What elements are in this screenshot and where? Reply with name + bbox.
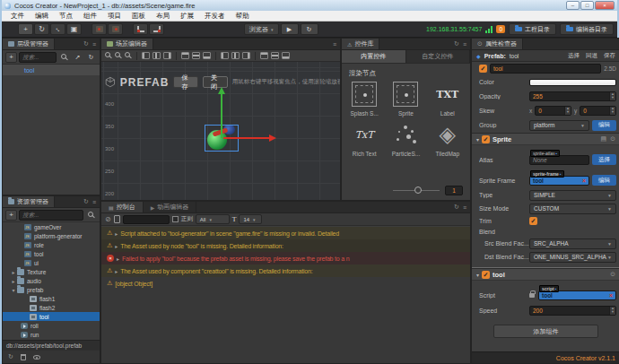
asset-item[interactable]: ▸Texture [3, 267, 100, 276]
play-button[interactable]: ▶ [281, 23, 299, 35]
tab-hierarchy[interactable]: 层级管理器 [3, 39, 55, 49]
log-level-dropdown[interactable]: All▾ [196, 214, 230, 224]
skew-x-field[interactable]: 0 ▲▼ [535, 106, 571, 116]
assets-search-input[interactable] [19, 210, 83, 221]
stepper[interactable]: ▲▼ [609, 92, 615, 100]
sprite-frame-edit-button[interactable]: 编辑 [592, 175, 616, 186]
maximize-button[interactable]: □ [580, 1, 594, 10]
tab-animation-editor[interactable]: ▶ 动画编辑器 [144, 202, 197, 212]
log-file-icon[interactable] [114, 215, 120, 223]
asset-item[interactable]: flash1 [3, 294, 100, 303]
trim-checkbox[interactable]: ✓ [529, 217, 537, 225]
menu-file[interactable]: 文件 [5, 12, 30, 21]
panel-menu-icon[interactable]: ≡ [92, 199, 96, 205]
tab-builtin-widgets[interactable]: 内置控件 [342, 50, 406, 63]
zoom-out-icon[interactable] [105, 52, 112, 59]
widget-splash-sprite[interactable]: Splash S... [344, 82, 385, 117]
expand-icon[interactable]: ▸ [10, 269, 17, 275]
atlas-choose-button[interactable]: 选择 [592, 154, 616, 165]
asset-item-selected[interactable]: tool [3, 312, 100, 321]
prefab-save-button[interactable]: 保存 [604, 52, 615, 60]
sprite-enabled-checkbox[interactable]: ✓ [482, 135, 490, 143]
collapse-icon[interactable]: ▾ [476, 136, 479, 143]
create-asset-button[interactable]: + [5, 210, 17, 221]
menu-project[interactable]: 项目 [102, 12, 126, 21]
size-mode-dropdown[interactable]: CUSTOM▼ [529, 204, 616, 214]
slider-knob[interactable] [414, 186, 422, 194]
widget-tiledmap[interactable]: ◈ TiledMap [427, 122, 468, 157]
skew-y-field[interactable]: 0 ▲▼ [580, 106, 616, 116]
distribute-c-icon[interactable] [231, 52, 240, 59]
open-editor-dir-button[interactable]: 编辑器目录 [560, 23, 614, 35]
refresh-icon[interactable]: ↻ [454, 40, 459, 48]
speed-field[interactable]: 200 ▲▼ [529, 306, 616, 316]
color-swatch[interactable] [529, 79, 616, 86]
log-error[interactable]: × ▸ Failed to apply "tool" because the p… [101, 252, 470, 264]
scale-tool-button[interactable]: ↔ [50, 23, 65, 35]
tab-assets[interactable]: 资源管理器 [3, 196, 55, 207]
close-button[interactable]: × [595, 1, 615, 10]
group-edit-button[interactable]: 编辑 [592, 120, 616, 131]
trash-icon[interactable] [21, 354, 26, 360]
sync-icon[interactable]: ↻ [85, 52, 97, 63]
asset-item[interactable]: ui [3, 258, 100, 267]
script-field[interactable]: script▪ tool × [538, 290, 616, 300]
widget-particlesystem[interactable]: ParticleS... [385, 122, 426, 157]
create-node-button[interactable]: + [5, 52, 17, 63]
node-name-field[interactable] [490, 64, 601, 74]
distribute-h-icon[interactable] [221, 52, 229, 59]
widget-sprite[interactable]: Sprite [385, 82, 426, 117]
align-left-icon[interactable] [142, 52, 150, 59]
asset-item[interactable]: ▾prefab [3, 285, 100, 294]
sync-assets-icon[interactable]: ↻ [8, 353, 13, 360]
console-filter-input[interactable] [123, 215, 170, 224]
add-component-button[interactable]: 添加组件 [493, 325, 598, 338]
menu-extension[interactable]: 扩展 [175, 12, 199, 21]
collapse-icon[interactable]: ▾ [10, 287, 17, 293]
hierarchy-node-tool[interactable]: tool [3, 65, 100, 75]
minimize-button[interactable]: – [566, 1, 580, 10]
regex-checkbox[interactable] [172, 216, 179, 222]
local-coord-button[interactable] [133, 23, 148, 35]
menu-edit[interactable]: 编辑 [30, 12, 54, 21]
zoom-reset-icon[interactable] [115, 52, 122, 59]
align-right-icon[interactable] [163, 52, 171, 59]
asset-item[interactable]: roll [3, 321, 100, 330]
panel-menu-icon[interactable]: ≡ [463, 204, 466, 211]
distribute-m-icon[interactable] [271, 52, 279, 59]
widget-richtext[interactable]: TxT Rich Text [344, 122, 385, 157]
preview-target-dropdown[interactable]: 浏览器 ▾ [244, 23, 279, 35]
menu-developer[interactable]: 开发者 [199, 12, 231, 21]
stepper[interactable]: ▲▼ [564, 107, 571, 115]
sprite-frame-field[interactable]: sprite-frame▪ tool × [529, 176, 589, 186]
log-warning[interactable]: ⚠ ▸ The Asset used by component "creatto… [101, 264, 470, 277]
menu-node[interactable]: 节点 [54, 12, 78, 21]
asset-item[interactable]: tool [3, 249, 100, 258]
tool-component-header[interactable]: ▾ ✓ tool ⊙ [472, 268, 619, 281]
prefab-select-button[interactable]: 选择 [568, 52, 580, 60]
collapse-icon[interactable]: ▾ [476, 272, 479, 278]
tab-widget-library[interactable]: ⚠ 控件库 [342, 39, 379, 49]
refresh-button[interactable]: ↻ [301, 23, 318, 35]
stepper[interactable]: ▲▼ [609, 107, 615, 115]
world-coord-button[interactable] [149, 23, 164, 35]
opacity-field[interactable]: 255 ▲▼ [529, 91, 616, 101]
log-warning[interactable]: ⚠ ▸ Script attached to "tool-generator" … [101, 227, 470, 239]
gizmo-y-axis[interactable] [221, 93, 222, 138]
pivot-mode-button[interactable] [92, 23, 107, 35]
gizmo-x-axis[interactable] [223, 137, 270, 139]
refresh-icon[interactable]: ↻ [454, 204, 459, 211]
clear-console-icon[interactable]: ⊘ [105, 215, 111, 223]
rotate-tool-button[interactable]: ↻ [34, 23, 49, 35]
prefab-save-button[interactable]: 保存 [173, 76, 198, 88]
dst-blend-dropdown[interactable]: ONE_MINUS_SRC_ALPHA▼ [529, 252, 616, 263]
menu-help[interactable]: 帮助 [231, 12, 255, 21]
expand-icon[interactable]: ▸ [115, 230, 118, 237]
asset-item[interactable]: ▸audio [3, 276, 100, 285]
tab-scene[interactable]: 场景编辑器 [101, 39, 153, 49]
asset-item[interactable]: role [3, 240, 100, 249]
align-middle-icon[interactable] [192, 52, 200, 59]
prefab-revert-button[interactable]: 回退 [586, 52, 597, 60]
widget-zoom-slider[interactable] [393, 190, 440, 191]
node-active-checkbox[interactable]: ✓ [479, 65, 487, 73]
